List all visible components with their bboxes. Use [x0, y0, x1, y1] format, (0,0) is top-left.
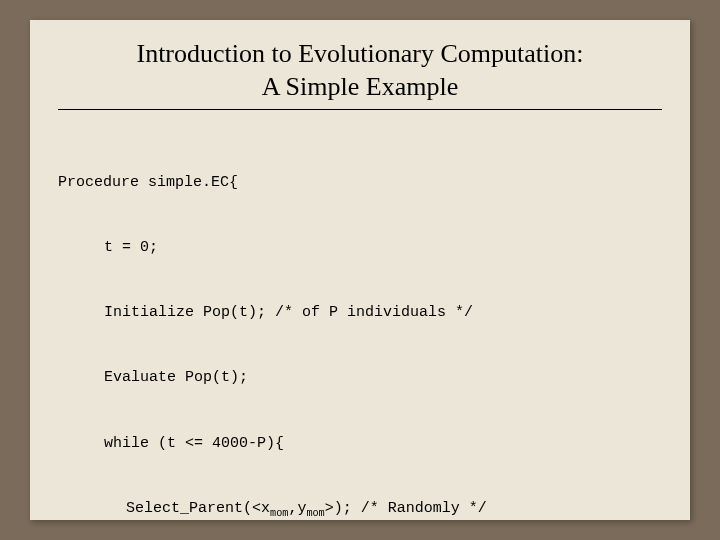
pseudocode-block: Procedure simple.EC{ t = 0; Initialize P… — [58, 128, 662, 540]
code-line: Select_Parent(<xmom,ymom>); /* Randomly … — [58, 498, 662, 520]
title-line-2: A Simple Example — [262, 72, 458, 101]
code-line: Procedure simple.EC{ — [58, 172, 662, 194]
code-line: Initialize Pop(t); /* of P individuals *… — [58, 302, 662, 324]
title-line-1: Introduction to Evolutionary Computation… — [136, 39, 583, 68]
code-line: while (t <= 4000-P){ — [58, 433, 662, 455]
code-line: Evaluate Pop(t); — [58, 367, 662, 389]
title-underline — [58, 109, 662, 110]
slide-title: Introduction to Evolutionary Computation… — [58, 38, 662, 103]
code-line: t = 0; — [58, 237, 662, 259]
slide-paper: Introduction to Evolutionary Computation… — [30, 20, 690, 520]
